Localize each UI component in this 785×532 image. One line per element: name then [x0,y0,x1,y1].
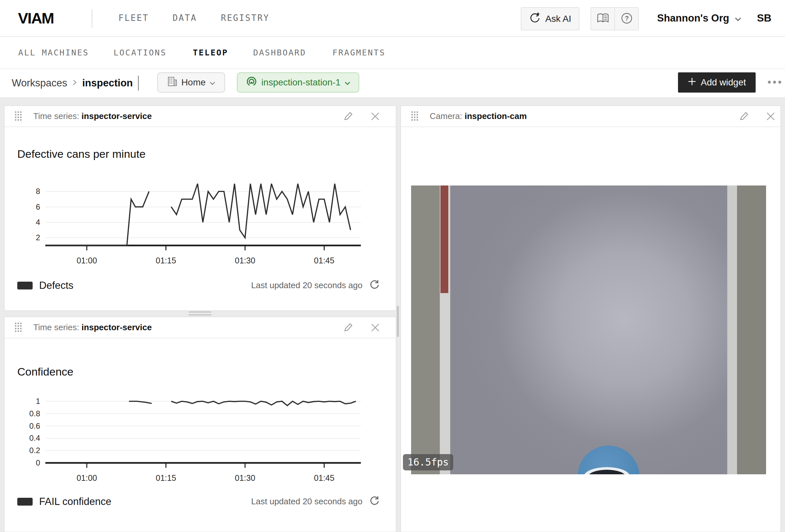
machine-online-icon [246,76,257,90]
svg-text:01:45: 01:45 [314,256,334,265]
widget-timeseries-confidence: Time series: inspector-service Confidenc… [4,317,397,532]
ellipsis-icon [767,80,782,85]
refresh-button[interactable] [369,279,380,292]
ask-ai-label: Ask AI [545,14,571,24]
conveyor-edge-left [411,185,440,474]
overflow-menu-button[interactable] [765,72,784,92]
can-top [578,446,639,474]
svg-text:?: ? [625,15,628,22]
widget-camera: Camera: inspection-cam 16.5fps [400,105,781,532]
nav-link-data[interactable]: DATA [173,0,197,36]
row-resize-handle[interactable] [188,311,211,317]
location-selector[interactable]: Home [157,72,225,92]
avatar[interactable]: SB [757,0,771,36]
svg-text:1: 1 [36,397,40,405]
breadcrumb-workspaces[interactable]: Workspaces [12,77,67,89]
widget-timeseries-defects: Time series: inspector-service Defective… [4,105,397,311]
top-header: VIAM FLEET DATA REGISTRY Ask AI [0,0,785,37]
logo-divider [92,9,92,28]
add-widget-button[interactable]: Add widget [678,72,756,92]
add-widget-label: Add widget [701,77,746,88]
tab-teleop[interactable]: TELEOP [193,37,228,69]
svg-text:01:45: 01:45 [314,473,334,482]
text-cursor [138,76,139,90]
camera-feed [411,185,766,474]
nav-link-fleet[interactable]: FLEET [119,0,149,36]
plus-icon [688,77,696,88]
tab-dashboard[interactable]: DASHBOARD [253,37,306,69]
svg-text:01:30: 01:30 [235,256,255,265]
svg-text:8: 8 [36,187,40,195]
svg-text:6: 6 [36,203,40,211]
viam-logo[interactable]: VIAM [18,9,54,27]
svg-text:2: 2 [36,233,40,242]
chevron-right-icon [72,79,77,87]
last-updated: Last updated 20 seconds ago [251,279,380,292]
sparkle-refresh-icon [529,11,541,26]
legend-swatch [17,498,33,506]
help-icon-group: ? [590,7,639,30]
svg-text:0: 0 [36,458,40,467]
tab-locations[interactable]: LOCATIONS [113,37,167,69]
docs-button[interactable] [591,8,614,30]
tab-fragments[interactable]: FRAGMENTS [332,37,385,69]
chevron-down-icon [209,77,216,88]
machine-selector[interactable]: inspection-station-1 [237,72,359,92]
chevron-down-icon [734,12,742,24]
svg-text:0.4: 0.4 [29,433,40,442]
nav-link-registry[interactable]: REGISTRY [221,0,270,36]
tab-all-machines[interactable]: ALL MACHINES [18,37,89,69]
question-icon: ? [621,12,633,26]
svg-text:0.2: 0.2 [29,446,40,455]
fleet-subnav: ALL MACHINES LOCATIONS TELEOP DASHBOARD … [0,37,785,69]
book-icon [597,12,609,25]
last-updated: Last updated 20 seconds ago [251,495,380,508]
close-widget-icon[interactable] [765,110,777,122]
ask-ai-button[interactable]: Ask AI [521,7,579,30]
help-button[interactable]: ? [615,8,638,30]
column-resize-handle[interactable] [397,306,399,337]
chevron-down-icon [345,77,350,88]
svg-text:01:15: 01:15 [156,473,176,482]
legend-swatch [17,282,33,290]
workspace-toolbar: Workspaces inspection Home [0,69,785,97]
svg-text:0.8: 0.8 [29,409,40,418]
drag-handle-icon[interactable] [411,111,419,123]
location-label: Home [181,77,206,88]
red-marker-bar [440,185,448,293]
fps-badge: 16.5fps [403,454,453,470]
viam-app: VIAM FLEET DATA REGISTRY Ask AI [0,0,785,532]
legend-label: FAIL confidence [39,496,111,508]
svg-text:01:00: 01:00 [77,473,97,482]
workspace-name-input[interactable]: inspection [82,77,133,89]
svg-text:01:15: 01:15 [156,256,176,265]
edit-widget-button[interactable] [738,110,750,122]
breadcrumb: Workspaces inspection [12,69,139,97]
org-switcher[interactable]: Shannon's Org [657,0,742,36]
widget-header: Camera: inspection-cam [401,106,780,127]
legend: Defects [17,280,73,291]
conveyor-edge-right [737,185,766,474]
org-name: Shannon's Org [657,12,729,24]
conveyor-rail-right [727,185,737,474]
building-icon [167,76,177,89]
legend: FAIL confidence [17,496,111,508]
machine-label: inspection-station-1 [261,77,340,88]
refresh-button[interactable] [369,495,380,508]
svg-text:0.6: 0.6 [29,422,40,430]
widget-title: Camera: inspection-cam [430,106,527,127]
svg-text:4: 4 [36,218,40,227]
svg-text:01:30: 01:30 [235,473,255,482]
legend-label: Defects [39,280,73,291]
svg-text:01:00: 01:00 [77,256,97,265]
